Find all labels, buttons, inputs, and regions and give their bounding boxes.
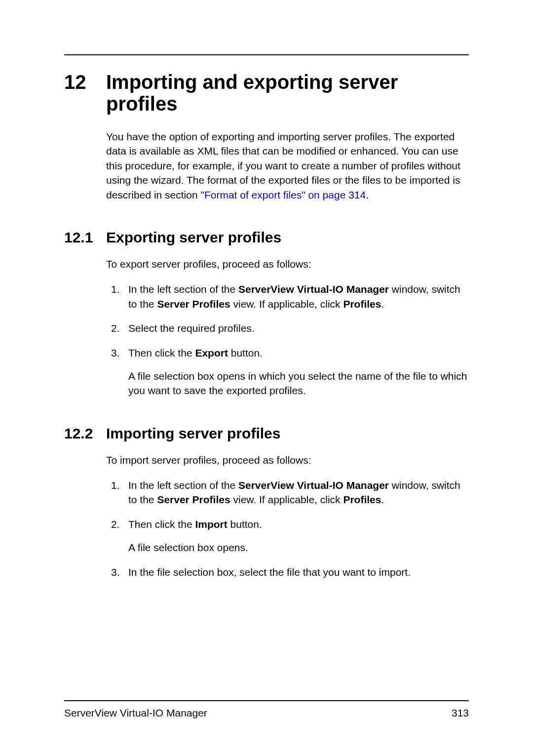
text: view. If applicable, click [230, 494, 343, 505]
list-item: 3. In the file selection box, select the… [111, 565, 469, 579]
footer-left: ServerView Virtual-IO Manager [64, 707, 207, 719]
footer: ServerView Virtual-IO Manager 313 [64, 700, 469, 719]
step-number: 3. [111, 346, 128, 398]
chapter-number: 12 [64, 71, 106, 93]
page: 12 Importing and exporting server profil… [0, 0, 533, 756]
text: view. If applicable, click [230, 298, 343, 310]
step-content: Then click the Export button. A file sel… [128, 346, 469, 398]
text-bold: Profiles [343, 298, 381, 310]
step-number: 3. [111, 565, 128, 579]
text: . [381, 298, 384, 310]
section-12-2-number: 12.2 [64, 425, 106, 442]
chapter-heading: Importing and exporting server profiles [106, 71, 469, 115]
text-bold: ServerView Virtual-IO Manager [238, 479, 389, 491]
list-item: 1. In the left section of the ServerView… [111, 282, 469, 311]
list-item: 3. Then click the Export button. A file … [111, 346, 469, 398]
text-bold: Server Profiles [157, 298, 230, 310]
section-12-1-steps: 1. In the left section of the ServerView… [111, 282, 469, 398]
text-bold: Import [195, 518, 227, 530]
step-content: In the left section of the ServerView Vi… [128, 478, 469, 507]
list-item: 2. Then click the Import button. A file … [111, 517, 469, 555]
text-bold: Export [195, 347, 228, 358]
text: button. [228, 347, 263, 358]
top-rule [64, 54, 469, 55]
section-12-2-steps: 1. In the left section of the ServerView… [111, 478, 469, 579]
section-12-2-title: 12.2 Importing server profiles [64, 425, 469, 442]
step-number: 1. [111, 282, 128, 311]
section-12-2-intro: To import server profiles, proceed as fo… [106, 453, 469, 467]
step-number: 2. [111, 517, 128, 555]
text: . [381, 494, 384, 505]
text-bold: Profiles [343, 494, 381, 505]
text-bold: Server Profiles [157, 494, 230, 505]
list-item: 1. In the left section of the ServerView… [111, 478, 469, 507]
section-12-1-number: 12.1 [64, 229, 106, 246]
text: Then click the [128, 347, 195, 358]
step-number: 2. [111, 321, 128, 335]
step-subtext: A file selection box opens in which you … [128, 369, 469, 398]
section-12-2-heading: Importing server profiles [106, 425, 280, 442]
text: In the left section of the [128, 479, 238, 491]
text: In the left section of the [128, 283, 238, 295]
step-content: In the file selection box, select the fi… [128, 565, 469, 579]
step-number: 1. [111, 478, 128, 507]
step-content: Select the required profiles. [128, 321, 469, 335]
list-item: 2. Select the required profiles. [111, 321, 469, 335]
format-link[interactable]: "Format of export files" on page 314 [200, 189, 366, 200]
section-12-1-title: 12.1 Exporting server profiles [64, 229, 469, 246]
section-12-1-heading: Exporting server profiles [106, 229, 281, 246]
step-content: Then click the Import button. A file sel… [128, 517, 469, 555]
page-number: 313 [452, 707, 469, 719]
intro-text-2: . [366, 189, 369, 200]
footer-inner: ServerView Virtual-IO Manager 313 [64, 707, 469, 719]
intro-paragraph: You have the option of exporting and imp… [106, 129, 469, 202]
step-content: In the left section of the ServerView Vi… [128, 282, 469, 311]
text: button. [228, 518, 262, 530]
chapter-title: 12 Importing and exporting server profil… [64, 71, 469, 115]
bottom-rule [64, 700, 469, 701]
text-bold: ServerView Virtual-IO Manager [238, 283, 389, 295]
section-12-1-intro: To export server profiles, proceed as fo… [106, 257, 469, 271]
text: Then click the [128, 518, 195, 530]
step-subtext: A file selection box opens. [128, 540, 469, 555]
